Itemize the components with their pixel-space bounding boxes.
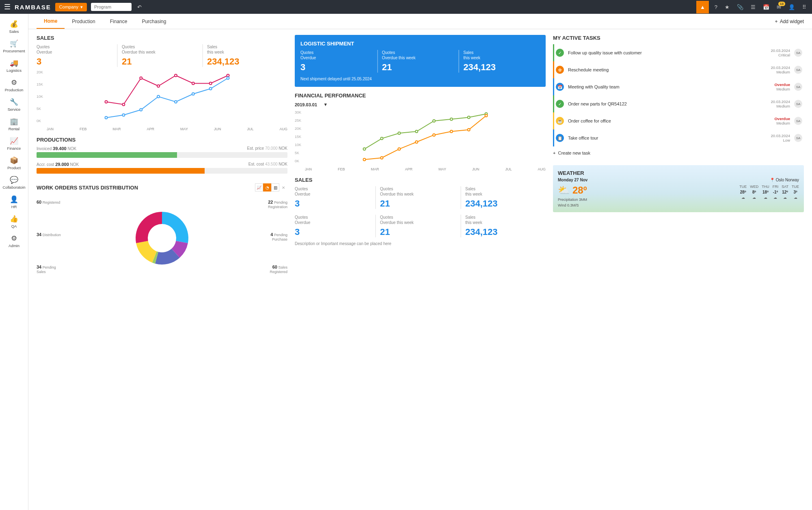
stat: Salesthis week234,123 [458,50,540,73]
attachment-icon[interactable]: 📎 [735,4,745,10]
svg-point-14 [209,88,212,90]
avatar: SA [794,134,802,142]
sidebar-item-hr[interactable]: 👤HR [0,192,28,212]
donut-label: 34 PendingSales [37,265,56,274]
productions-title: PRODUCTIONS [37,137,287,143]
sidebar-item-product[interactable]: 📦Product [0,153,28,173]
sun-icon: ⛅ [558,185,570,196]
apps-icon[interactable]: ⠿ [801,4,808,10]
svg-point-11 [157,95,160,98]
sidebar-label: Logistics [6,68,22,73]
avatar: SA [794,83,802,91]
program-input[interactable] [91,3,132,11]
task-name: Take office tour [568,136,767,140]
sidebar-item-rental[interactable]: 🏢Rental [0,114,28,134]
company-dropdown[interactable]: Company▾ [55,3,87,11]
sidebar-label: Production [5,88,23,92]
wo-view-line[interactable]: 📈 [255,183,263,192]
task-row[interactable]: 📋 Take office tour 20.03.2024Low SA [553,129,804,146]
svg-point-27 [415,141,418,143]
user-icon[interactable]: 👤 [787,4,797,10]
undo-icon[interactable]: ↶ [136,4,143,10]
calendar-icon[interactable]: 📅 [761,4,771,10]
work-orders-widget: WORK ORDERS STATUS DISTRIBUTION 📈 ◔ ▥ ✕ … [37,183,287,281]
fin-date-dropdown[interactable]: 2019.03.01▾ [295,102,546,107]
svg-point-19 [415,130,418,133]
stat-value: 21 [122,56,202,67]
stat: QuotesOverdue this week21 [375,186,460,209]
add-widget-button[interactable]: +Add widget [775,19,804,24]
weather-widget: WEATHER Monday 27 Nov 📍 Oslo Norway ⛅28º… [553,165,804,212]
tab-home[interactable]: Home [37,14,65,29]
financial-widget: FINANCIAL PERFORMANCE 2019.03.01▾ 30K25K… [295,93,546,171]
notification-icon[interactable]: ✉13 [775,4,783,10]
svg-point-3 [157,85,160,87]
forecast-day: TUE28º☁ [739,185,747,207]
fin-chart: 30K25K20K15K10K5K0KJANFEBMARAPRMAYJUNJUL… [295,110,546,171]
task-row[interactable]: ☕ Order coffee for office OverdueMedium … [553,112,804,129]
wo-donut-chart: 60 Registered22 PendingRegistration34 Di… [37,196,287,281]
sidebar-item-finance[interactable]: 📈Finance [0,134,28,153]
stat: Salesthis week234,123 [460,215,546,237]
close-icon[interactable]: ✕ [279,183,287,192]
tab-purchasing[interactable]: Purchasing [134,14,173,29]
sidebar: 💰Sales🛒Procurement🚚Logistics⚙Production🔧… [0,14,28,510]
sidebar-item-sales[interactable]: 💰Sales [0,17,28,37]
task-meta: 20.03.2024Medium [771,65,790,74]
task-row[interactable]: ✓ Follow up quality issue with customer … [553,44,804,61]
stat: QuotesOverdue this week21 [377,50,459,73]
task-row[interactable]: ✓ Order new parts for QR54122 20.03.2024… [553,95,804,112]
svg-point-6 [209,82,212,85]
task-row[interactable]: ✿ Reschedule meeting 20.03.2024Medium SA [553,61,804,78]
task-name: Order coffee for office [568,118,770,123]
forecast-day: SAT12º☁ [782,185,788,207]
forecast-day: FRI-1º☁ [773,185,779,207]
logistic-title: LOGISTIC SHIPMENT [300,41,540,47]
svg-point-5 [192,82,194,85]
svg-point-17 [380,137,383,140]
svg-point-29 [450,130,453,133]
tab-production[interactable]: Production [65,14,102,29]
help-icon[interactable]: ? [713,4,719,10]
weather-day: Monday 27 Nov [558,178,587,182]
sidebar-label: Finance [7,146,21,151]
stat-value: 234,123 [465,198,546,209]
donut-label: 4 PendingPurchase [270,232,287,242]
sidebar-item-collaboratoin[interactable]: 💬Collaboratoin [0,173,28,192]
wo-view-pie[interactable]: ◔ [263,183,271,192]
sidebar-item-logistics[interactable]: 🚚Logistics [0,56,28,75]
avatar: SA [794,100,802,108]
svg-point-30 [468,129,470,131]
sidebar-item-production[interactable]: ⚙Production [0,75,28,95]
sidebar-label: Product [7,166,21,170]
sidebar-label: QA [11,224,17,228]
topbar: ☰ RAMBASE Company▾ ↶ ▲ ? ★ 📎 ☰ 📅 ✉13 👤 ⠿ [0,0,812,14]
sidebar-label: Rental [9,127,19,131]
task-row[interactable]: 📅 Meeting with Quality team OverdueMediu… [553,78,804,95]
stat: QuotesOverdue this week21 [375,215,460,237]
logistic-widget: LOGISTIC SHIPMENT QuotesOverdue3QuotesOv… [295,35,546,87]
task-name: Meeting with Quality team [568,84,770,89]
tasks-title: MY ACTIVE TASKS [553,35,804,41]
cloud-icon: ☁ [739,196,747,200]
warning-icon[interactable]: ▲ [696,1,709,13]
svg-point-1 [122,103,125,106]
avatar: SA [794,66,802,74]
tab-finance[interactable]: Finance [103,14,135,29]
stat-value: 3 [300,62,377,73]
forecast-day: TUE3º☁ [792,185,799,207]
create-task-button[interactable]: +Create new task [553,146,804,159]
list-icon[interactable]: ☰ [749,4,757,10]
sidebar-item-qa[interactable]: 👍QA [0,212,28,231]
sidebar-item-admin[interactable]: ⚙Admin [0,231,28,251]
donut-label: 22 PendingRegistration [268,200,287,209]
menu-icon[interactable]: ☰ [4,2,11,11]
rental-icon: 🏢 [10,117,18,126]
task-status-icon: ✿ [556,66,564,74]
sidebar-item-procurement[interactable]: 🛒Procurement [0,37,28,56]
stat: QuotesOverdue3 [295,215,375,237]
wo-view-bar[interactable]: ▥ [271,183,279,192]
sidebar-label: Service [8,107,21,112]
star-icon[interactable]: ★ [723,4,731,10]
sidebar-item-service[interactable]: 🔧Service [0,95,28,114]
